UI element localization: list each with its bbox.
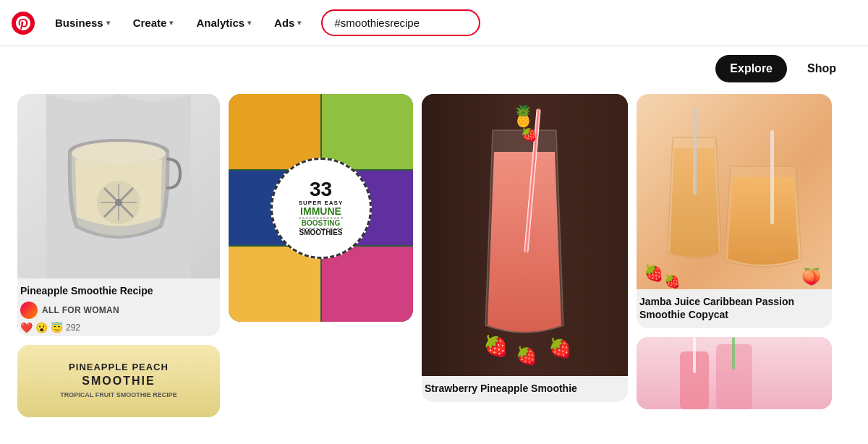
svg-text:🍓: 🍓 bbox=[548, 336, 572, 359]
collage-immune: IMMUNE bbox=[300, 206, 341, 217]
svg-text:🍓: 🍓 bbox=[644, 263, 664, 283]
svg-text:SMOOTHIE: SMOOTHIE bbox=[82, 375, 155, 387]
reaction-count: 292 bbox=[66, 323, 80, 333]
chevron-down-icon: ▾ bbox=[169, 19, 173, 27]
nav-item-analytics[interactable]: Analytics ▾ bbox=[187, 11, 260, 35]
avatar bbox=[20, 302, 38, 319]
svg-text:TROPICAL FRUIT SMOOTHIE RECIPE: TROPICAL FRUIT SMOOTHIE RECIPE bbox=[60, 391, 176, 398]
search-box[interactable]: #smoothiesrecipe bbox=[321, 9, 480, 36]
svg-rect-33 bbox=[732, 337, 735, 370]
svg-rect-32 bbox=[693, 337, 696, 373]
svg-text:PINEAPPLE PEACH: PINEAPPLE PEACH bbox=[69, 362, 169, 372]
svg-point-0 bbox=[12, 12, 35, 35]
svg-text:🍑: 🍑 bbox=[801, 267, 822, 286]
pin-card-strawberry[interactable]: 🍍 🍓 🍓 🍓 🍓 Strawberry Pineapple Smoothie bbox=[422, 94, 628, 402]
nav-item-ads[interactable]: Ads ▾ bbox=[265, 11, 310, 35]
pin-card-pineapple-peach[interactable]: PINEAPPLE PEACH SMOOTHIE TROPICAL FRUIT … bbox=[17, 345, 220, 417]
shocked-emoji: 😮 bbox=[35, 322, 48, 333]
pin-column-4: 🍓 🍓 🍑 Jamba Juice Caribbean Passion Smoo… bbox=[637, 94, 832, 417]
pin-column-2: 33 SUPER EASY IMMUNE BOOSTING SMOOTHIES bbox=[229, 94, 413, 417]
nav-item-business[interactable]: Business ▾ bbox=[46, 11, 119, 35]
author-name: ALL FOR WOMAN bbox=[42, 305, 119, 315]
tabs-row: Explore Shop bbox=[0, 46, 868, 91]
nav-item-create[interactable]: Create ▾ bbox=[124, 11, 182, 35]
pin-column-1: Pineapple Smoothie Recipe ALL FOR WOMAN … bbox=[17, 94, 220, 417]
collage-number: 33 bbox=[310, 179, 332, 200]
heart-emoji: ❤️ bbox=[20, 322, 33, 333]
collage-boosting: BOOSTING bbox=[299, 218, 343, 229]
navbar: Business ▾ Create ▾ Analytics ▾ Ads ▾ #s… bbox=[0, 0, 868, 46]
pinterest-logo[interactable] bbox=[12, 12, 35, 35]
pin-card-blender[interactable]: Pineapple Smoothie Recipe ALL FOR WOMAN … bbox=[17, 94, 220, 336]
chevron-down-icon: ▾ bbox=[106, 19, 110, 27]
pin-card-jamba[interactable]: 🍓 🍓 🍑 Jamba Juice Caribbean Passion Smoo… bbox=[637, 94, 832, 328]
pin-title: Pineapple Smoothie Recipe bbox=[20, 284, 217, 297]
search-value: #smoothiesrecipe bbox=[334, 17, 420, 29]
pin-column-3: 🍍 🍓 🍓 🍓 🍓 Strawberry Pineapple Smoothie bbox=[422, 94, 628, 417]
tab-shop[interactable]: Shop bbox=[793, 55, 851, 82]
chevron-down-icon: ▾ bbox=[247, 19, 251, 27]
svg-rect-25 bbox=[770, 130, 774, 224]
svg-rect-24 bbox=[693, 108, 697, 195]
pin-title-jamba: Jamba Juice Caribbean Passion Smoothie C… bbox=[639, 295, 829, 321]
pin-card-pink-bottom[interactable] bbox=[637, 337, 832, 409]
svg-text:🍓: 🍓 bbox=[516, 345, 537, 366]
angel-emoji: 😇 bbox=[51, 322, 63, 333]
svg-point-9 bbox=[115, 199, 122, 206]
chevron-down-icon: ▾ bbox=[297, 19, 301, 27]
collage-smoothies: SMOOTHIES bbox=[299, 229, 342, 236]
pin-card-collage[interactable]: 33 SUPER EASY IMMUNE BOOSTING SMOOTHIES bbox=[229, 94, 413, 322]
svg-text:🍓: 🍓 bbox=[483, 334, 509, 358]
pin-title-strawberry: Strawberry Pineapple Smoothie bbox=[425, 382, 625, 395]
svg-text:🍓: 🍓 bbox=[521, 127, 537, 142]
pins-grid: Pineapple Smoothie Recipe ALL FOR WOMAN … bbox=[0, 94, 868, 417]
tab-explore[interactable]: Explore bbox=[715, 55, 787, 82]
svg-text:🍓: 🍓 bbox=[664, 273, 681, 289]
svg-text:🍍: 🍍 bbox=[511, 104, 536, 128]
